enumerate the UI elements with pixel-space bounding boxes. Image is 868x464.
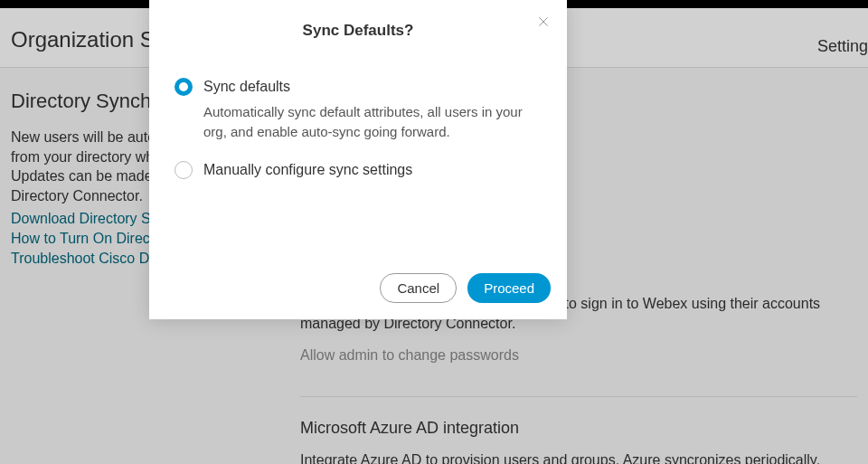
radio-label-manual: Manually configure sync settings bbox=[203, 161, 542, 180]
proceed-button[interactable]: Proceed bbox=[467, 273, 551, 303]
close-icon[interactable] bbox=[536, 14, 551, 33]
radio-option-manual[interactable]: Manually configure sync settings bbox=[175, 161, 542, 180]
sync-defaults-modal: Sync Defaults? Sync defaults Automatical… bbox=[149, 0, 567, 319]
radio-button-selected[interactable] bbox=[175, 78, 193, 96]
cancel-button[interactable]: Cancel bbox=[380, 273, 457, 303]
modal-title: Sync Defaults? bbox=[175, 22, 542, 40]
modal-button-row: Cancel Proceed bbox=[380, 273, 551, 303]
radio-button-unselected[interactable] bbox=[175, 161, 193, 179]
radio-text: Sync defaults Automatically sync default… bbox=[203, 78, 542, 143]
radio-text: Manually configure sync settings bbox=[203, 161, 542, 180]
radio-label-sync-defaults: Sync defaults bbox=[203, 78, 542, 97]
radio-desc-sync-defaults: Automatically sync default attributes, a… bbox=[203, 102, 542, 143]
radio-option-sync-defaults[interactable]: Sync defaults Automatically sync default… bbox=[175, 78, 542, 143]
